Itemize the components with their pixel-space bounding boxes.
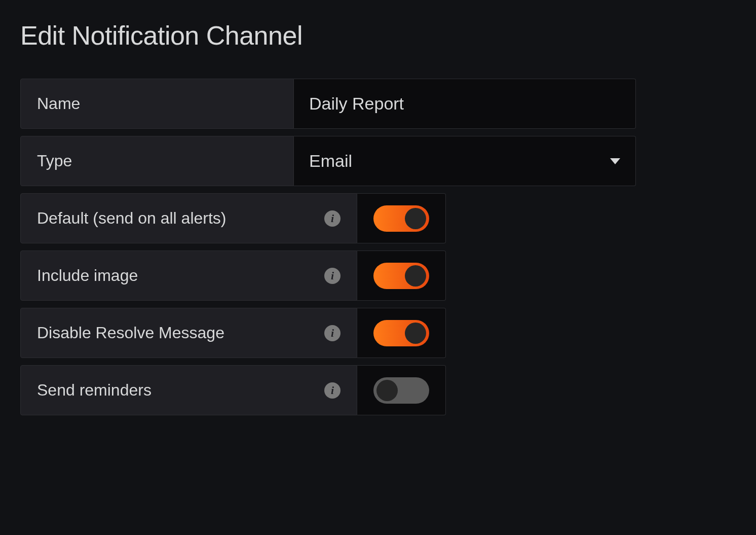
toggle-switch-remind[interactable] — [373, 377, 429, 404]
toggle-cell-default — [357, 193, 446, 243]
toggle-label-remind: Send remindersi — [20, 365, 357, 415]
info-icon[interactable]: i — [324, 210, 341, 227]
name-input-cell — [294, 79, 636, 129]
toggle-cell-resolve — [357, 308, 446, 358]
toggles-container: Default (send on all alerts)iInclude ima… — [20, 193, 736, 415]
toggle-cell-remind — [357, 365, 446, 415]
type-row: Type Email — [20, 136, 736, 186]
type-label: Type — [20, 136, 294, 186]
toggle-label-text: Default (send on all alerts) — [37, 209, 226, 228]
toggle-row-remind: Send remindersi — [20, 365, 446, 415]
info-icon[interactable]: i — [324, 325, 341, 341]
info-icon[interactable]: i — [324, 268, 341, 284]
chevron-down-icon — [610, 158, 620, 164]
toggle-label-resolve: Disable Resolve Messagei — [20, 308, 357, 358]
toggle-knob — [405, 323, 426, 344]
info-icon[interactable]: i — [324, 382, 341, 399]
page-title: Edit Notification Channel — [20, 20, 736, 51]
toggle-switch-default[interactable] — [373, 205, 429, 232]
toggle-cell-image — [357, 251, 446, 301]
toggle-label-image: Include imagei — [20, 251, 357, 301]
toggle-label-text: Include image — [37, 266, 138, 285]
name-input[interactable] — [309, 94, 620, 114]
toggle-label-text: Send reminders — [37, 381, 152, 400]
toggle-knob — [405, 208, 426, 229]
toggle-row-image: Include imagei — [20, 251, 446, 301]
toggle-switch-image[interactable] — [373, 263, 429, 289]
toggle-switch-resolve[interactable] — [373, 320, 429, 346]
toggle-label-text: Disable Resolve Message — [37, 324, 224, 342]
toggle-label-default: Default (send on all alerts)i — [20, 193, 357, 243]
toggle-row-resolve: Disable Resolve Messagei — [20, 308, 446, 358]
name-label: Name — [20, 79, 294, 129]
type-select-value: Email — [309, 151, 352, 171]
toggle-row-default: Default (send on all alerts)i — [20, 193, 446, 243]
name-row: Name — [20, 79, 736, 129]
edit-notification-channel-page: Edit Notification Channel Name Type Emai… — [0, 0, 756, 443]
toggle-knob — [376, 380, 398, 401]
type-select[interactable]: Email — [294, 136, 636, 186]
toggle-knob — [405, 265, 426, 287]
